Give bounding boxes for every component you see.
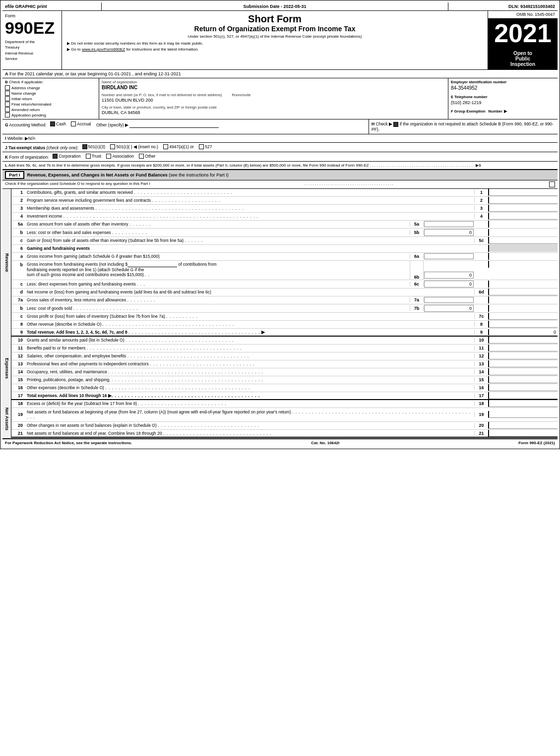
row19-val[interactable] bbox=[488, 411, 558, 418]
row-15: 15 Printing, publications, postage, and … bbox=[11, 376, 558, 384]
row1-desc: Contributions, gifts, grants, and simila… bbox=[25, 189, 474, 196]
org-name: BIRDLAND INC bbox=[102, 85, 445, 90]
row-5a: 5a Gross amount from sale of assets othe… bbox=[11, 221, 558, 229]
checkbox-application-pending[interactable] bbox=[5, 113, 10, 117]
row13-val[interactable] bbox=[488, 360, 558, 367]
row-21: 21 Net assets or fund balances at end of… bbox=[11, 430, 558, 438]
row13-desc: Professional fees and other payments to … bbox=[25, 360, 474, 367]
submission-date: Submission Date - 2022-05-31 bbox=[102, 2, 448, 10]
row14-val[interactable] bbox=[488, 368, 558, 375]
open-to-public: Open to Public Inspection bbox=[488, 48, 558, 69]
row15-num: 15 bbox=[11, 377, 25, 382]
part1-checkbox[interactable] bbox=[549, 181, 555, 187]
row15-desc: Printing, publications, postage, and shi… bbox=[25, 376, 474, 383]
short-form-title: Short Form bbox=[67, 13, 483, 25]
ein-label: Employer identification number bbox=[451, 80, 555, 84]
row-14: 14 Occupancy, rent, utilities, and maint… bbox=[11, 368, 558, 376]
row14-ref: 14 bbox=[474, 369, 488, 374]
check-initial-return: Initial return bbox=[5, 96, 96, 101]
address-values: 11501 DUBLIN BLVD 200 bbox=[102, 98, 445, 103]
row18-val[interactable] bbox=[488, 400, 558, 407]
checkbox-501c3[interactable] bbox=[82, 144, 87, 149]
row10-val[interactable] bbox=[488, 337, 558, 344]
row21-desc: Net assets or fund balances at end of ye… bbox=[25, 430, 474, 437]
row16-val[interactable] bbox=[488, 384, 558, 391]
form-number: 990EZ bbox=[5, 19, 59, 36]
tax-year: 2021 bbox=[488, 18, 558, 48]
checkbox-501c[interactable] bbox=[110, 144, 115, 149]
footer-cat: Cat. No. 10642I bbox=[311, 441, 339, 445]
dept-info: Department of the Treasury Internal Reve… bbox=[5, 39, 59, 61]
checkbox-trust[interactable] bbox=[86, 154, 91, 159]
row20-val[interactable] bbox=[488, 422, 558, 429]
notice2: ▶ Go to www.irs.gov/Form990EZ for instru… bbox=[67, 47, 483, 52]
omb-number: OMB No. 1545-0047 bbox=[488, 11, 558, 18]
row18-ref: 18 bbox=[474, 401, 488, 406]
row16-desc: Other expenses (describe in Schedule O) … bbox=[25, 384, 474, 391]
checkbox-4947[interactable] bbox=[163, 144, 168, 149]
row15-val[interactable] bbox=[488, 376, 558, 383]
checkbox-h[interactable] bbox=[393, 122, 398, 127]
part1-header: Part I Revenue, Expenses, and Changes in… bbox=[2, 170, 558, 180]
section-k: K Form of organization: Corporation Trus… bbox=[2, 152, 558, 162]
part1-check-row: Check if the organization used Schedule … bbox=[2, 180, 558, 189]
row12-desc: Salaries, other compensation, and employ… bbox=[25, 352, 474, 359]
checkbox-amended-return[interactable] bbox=[5, 107, 10, 112]
row-19: 19 Net assets or fund balances at beginn… bbox=[11, 408, 558, 422]
row-6: 6 Gaming and fundraising events bbox=[11, 245, 558, 253]
row17-num: 17 bbox=[11, 393, 25, 398]
checkbox-cash[interactable] bbox=[50, 121, 55, 126]
row21-num: 21 bbox=[11, 431, 25, 436]
row-5c: c Gain or (loss) from sale of assets oth… bbox=[11, 237, 558, 245]
row17-desc: Total expenses. Add lines 10 through 16 … bbox=[25, 392, 474, 399]
row17-val[interactable] bbox=[488, 392, 558, 399]
row21-val[interactable] bbox=[488, 430, 558, 437]
check-name-change: Name change bbox=[5, 91, 96, 96]
row1-linenum: 1 bbox=[474, 190, 488, 195]
row-2: 2 Program service revenue including gove… bbox=[11, 197, 558, 205]
checkbox-initial-return[interactable] bbox=[5, 96, 10, 101]
row-5b: b Less: cost or other basis and sales ex… bbox=[11, 229, 558, 237]
row-18: 18 Excess or (deficit) for the year (Sub… bbox=[11, 400, 558, 408]
row1-value[interactable] bbox=[488, 189, 558, 196]
row21-ref: 21 bbox=[474, 431, 488, 436]
checkbox-accrual[interactable] bbox=[71, 121, 76, 126]
row20-desc: Other changes in net assets or fund bala… bbox=[25, 422, 474, 429]
row11-ref: 11 bbox=[474, 346, 488, 350]
row-12: 12 Salaries, other compensation, and emp… bbox=[11, 352, 558, 360]
row14-num: 14 bbox=[11, 369, 25, 374]
row11-num: 11 bbox=[11, 346, 25, 350]
checkbox-address-change[interactable] bbox=[5, 85, 10, 90]
row18-num: 18 bbox=[11, 401, 25, 406]
footer: For Paperwork Reduction Act Notice, see … bbox=[2, 438, 558, 447]
row18-desc: Excess or (deficit) for the year (Subtra… bbox=[25, 400, 474, 407]
checkbox-name-change[interactable] bbox=[5, 91, 10, 96]
checkbox-association[interactable] bbox=[106, 154, 111, 159]
form-label: Form bbox=[5, 13, 59, 18]
row-11: 11 Benefits paid to or for members . . .… bbox=[11, 345, 558, 352]
checkbox-final-return[interactable] bbox=[5, 102, 10, 107]
row11-val[interactable] bbox=[488, 345, 558, 351]
row-6a: a Gross income from gaming (attach Sched… bbox=[11, 253, 558, 261]
phone-label: E Telephone number bbox=[451, 95, 555, 99]
row14-desc: Occupancy, rent, utilities, and maintena… bbox=[25, 368, 474, 375]
efile-label: efile GRAPHIC print bbox=[2, 2, 102, 10]
form-link[interactable]: www.irs.gov/Form990EZ bbox=[82, 47, 125, 52]
row-10: 10 Grants and similar amounts paid (list… bbox=[11, 337, 558, 345]
row20-num: 20 bbox=[11, 423, 25, 428]
section-a-label: A bbox=[5, 71, 8, 76]
part1-title: Revenue, Expenses, and Changes in Net As… bbox=[27, 173, 229, 177]
section-b-label: B Check if applicable: bbox=[5, 80, 96, 84]
row-6b: b Gross income from fundraising events (… bbox=[11, 261, 558, 280]
row12-val[interactable] bbox=[488, 352, 558, 359]
row16-num: 16 bbox=[11, 385, 25, 390]
checkbox-corporation[interactable] bbox=[53, 154, 58, 159]
checkbox-other-k[interactable] bbox=[139, 154, 144, 159]
row16-ref: 16 bbox=[474, 385, 488, 390]
row17-ref: 17 bbox=[474, 393, 488, 398]
return-title: Return of Organization Exempt From Incom… bbox=[67, 25, 483, 33]
section-a-text: For the 2021 calendar year, or tax year … bbox=[9, 71, 181, 76]
checkbox-527[interactable] bbox=[199, 144, 204, 149]
row-9: 9 Total revenue. Add lines 1, 2, 3, 4, 5… bbox=[11, 329, 558, 337]
footer-form-ref: Form 990-EZ (2021) bbox=[518, 441, 555, 445]
